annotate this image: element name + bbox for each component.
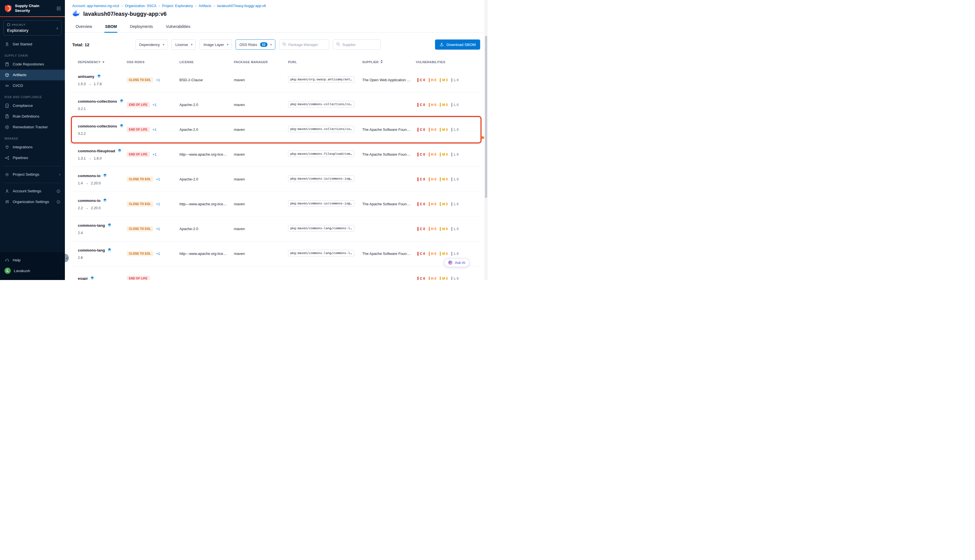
- tab-vulnerabilities[interactable]: Vulnerabilities: [165, 22, 191, 32]
- severity-count-m: M 0: [440, 252, 448, 256]
- sidebar-item-pipelines[interactable]: Pipelines: [0, 153, 65, 163]
- chevron-down-icon: ▾: [191, 43, 192, 47]
- purl-value[interactable]: pkg:maven/commons-lang/commons-l…: [288, 225, 354, 232]
- breadcrumb-artifacts[interactable]: Artifacts: [199, 4, 211, 8]
- sidebar-item-label: CI/CD: [13, 83, 23, 88]
- table-row[interactable]: commons-lang 2.4 CLOSE TO EOL +1 Apache-…: [72, 217, 480, 242]
- license-value: http---www.apache.org-lice…: [179, 152, 234, 157]
- supplier-search-input[interactable]: [342, 43, 378, 47]
- sidebar-item-get-started[interactable]: Get Started: [0, 39, 65, 50]
- chevron-right-icon: ›: [195, 4, 196, 8]
- user-settings-icon: [5, 189, 10, 193]
- module-grid-icon[interactable]: [57, 6, 61, 11]
- select-label: Dependency: [139, 43, 160, 47]
- column-header-supplier[interactable]: SUPPLIER: [362, 60, 416, 64]
- table-row[interactable]: commons-collections 3.2.1 END OF LIFE +1…: [72, 92, 480, 117]
- sort-descending-icon: [102, 60, 105, 64]
- sidebar-item-remediation-tracker[interactable]: Remediation Tracker: [0, 122, 65, 133]
- column-header-vulnerabilities: VULNERABILITIES: [416, 60, 480, 64]
- breadcrumb-project[interactable]: Project: Exploratory: [162, 4, 193, 8]
- sidebar-item-compliance[interactable]: Compliance: [0, 100, 65, 111]
- package-manager-value: maven: [234, 177, 288, 181]
- purl-value[interactable]: pkg:maven/commons-io/commons-io@…: [288, 200, 354, 207]
- dependency-filter-select[interactable]: Dependency ▾: [135, 40, 168, 50]
- sidebar-item-artifacts[interactable]: Artifacts: [0, 70, 65, 80]
- sidebar-divider: [4, 183, 61, 183]
- risk-more-link[interactable]: +1: [156, 177, 160, 181]
- risk-more-link[interactable]: +1: [156, 78, 160, 82]
- sidebar-item-organization-settings[interactable]: Organization Settings: [0, 197, 65, 207]
- sidebar-item-code-repositories[interactable]: Code Repositories: [0, 59, 65, 70]
- breadcrumb-account[interactable]: Account: app-harness-ng-cicd: [72, 4, 119, 8]
- layers-icon: [107, 223, 112, 228]
- image-layer-filter-select[interactable]: Image Layer ▾: [199, 40, 232, 50]
- risk-badge: CLOSE TO EOL: [127, 77, 153, 83]
- package-manager-search-input[interactable]: [288, 43, 326, 47]
- risk-more-link[interactable]: +1: [153, 103, 157, 107]
- table-row[interactable]: esapi END OF LIFE C 0H 0M 0L 0: [72, 266, 480, 280]
- column-header-dependency[interactable]: DEPENDENCY: [72, 60, 127, 64]
- table-row[interactable]: commons-fileupload 1.3.1 → 1.6.0 END OF …: [72, 142, 480, 167]
- risk-more-link[interactable]: +1: [156, 202, 160, 206]
- sidebar-item-label: Account Settings: [13, 189, 41, 193]
- license-filter-select[interactable]: License ▾: [172, 40, 196, 50]
- project-selector[interactable]: PROJECT Exploratory ›: [3, 20, 62, 35]
- severity-count-l: L 0: [451, 128, 458, 132]
- dependency-cell: commons-io 1.4 → 2.20.0: [72, 173, 127, 185]
- purl-value[interactable]: pkg:maven/commons-collections/co…: [288, 126, 354, 132]
- total-value: 12: [85, 42, 89, 47]
- oss-risks-filter-select[interactable]: OSS Risks 02 ▾: [235, 40, 275, 50]
- sidebar-item-project-settings[interactable]: Project Settings ›: [0, 169, 65, 180]
- sidebar-item-cicd[interactable]: ∞ CI/CD: [0, 80, 65, 91]
- headset-icon: [5, 258, 10, 262]
- scrollbar-thumb[interactable]: [485, 36, 487, 198]
- table-row[interactable]: antisamy 1.5.3 → 1.7.8 CLOSE TO EOL +1 B…: [72, 68, 480, 92]
- tab-overview[interactable]: Overview: [75, 22, 92, 32]
- layers-icon: [97, 74, 101, 79]
- oss-risks-cell: END OF LIFE +1: [127, 152, 179, 157]
- version-from: 3.2.2: [78, 132, 86, 136]
- chevron-right-icon: ›: [214, 4, 215, 8]
- purl-value[interactable]: pkg:maven/org.owasp.antisamy/ant…: [288, 76, 354, 83]
- severity-count-h: H 0: [429, 177, 436, 181]
- risk-more-link[interactable]: +1: [156, 252, 160, 256]
- risk-more-link[interactable]: +1: [156, 227, 160, 231]
- sidebar-item-integrations[interactable]: Integrations: [0, 142, 65, 153]
- purl-value[interactable]: pkg:maven/commons-lang/commons-l…: [288, 250, 354, 256]
- breadcrumb-organization[interactable]: Organization: SSCA: [125, 4, 156, 8]
- project-name: Exploratory: [7, 28, 58, 33]
- table-row[interactable]: commons-lang 2.6 CLOSE TO EOL +1 http---…: [72, 242, 480, 266]
- user-name: Lavakush: [14, 269, 30, 273]
- sidebar-item-rule-definitions[interactable]: Rule Definitions: [0, 111, 65, 122]
- purl-cell: pkg:maven/commons-lang/commons-l…: [288, 225, 362, 233]
- table-row[interactable]: commons-io 1.4 → 2.20.0 CLOSE TO EOL +1 …: [72, 167, 480, 192]
- tab-deployments[interactable]: Deployments: [129, 22, 154, 32]
- risk-more-link[interactable]: +1: [153, 128, 157, 132]
- risk-more-link[interactable]: +1: [153, 153, 157, 157]
- severity-count-m: M 0: [440, 227, 448, 231]
- severity-count-h: H 0: [429, 202, 436, 206]
- table-row[interactable]: commons-io 2.2 → 2.20.0 CLOSE TO EOL +1 …: [72, 192, 480, 217]
- purl-value[interactable]: pkg:maven/commons-fileupload/com…: [288, 150, 354, 157]
- severity-count-c: C 0: [417, 153, 425, 157]
- risk-badge: CLOSE TO EOL: [127, 177, 153, 182]
- tab-sbom[interactable]: SBOM: [104, 22, 117, 32]
- annotation-dot: [481, 136, 484, 139]
- layers-icon: [118, 148, 122, 154]
- section-label-supply-chain: SUPPLY CHAIN: [0, 50, 65, 59]
- project-label: PROJECT: [12, 23, 26, 26]
- oss-risks-cell: CLOSE TO EOL +1: [127, 177, 179, 182]
- select-label: License: [175, 43, 188, 47]
- ask-ai-button[interactable]: Ask AI: [444, 258, 469, 267]
- download-sbom-button[interactable]: Download SBOM: [435, 40, 480, 50]
- severity-count-c: C 0: [417, 128, 425, 132]
- scrollbar-track[interactable]: [484, 0, 488, 280]
- user-menu[interactable]: L Lavakush: [0, 265, 65, 276]
- purl-value[interactable]: pkg:maven/commons-io/commons-io@…: [288, 175, 354, 182]
- purl-value[interactable]: pkg:maven/commons-collections/co…: [288, 101, 354, 107]
- breadcrumb-artifact-name[interactable]: lavakush07/easy-buggy-app:v6: [217, 4, 266, 8]
- sidebar-item-account-settings[interactable]: Account Settings: [0, 186, 65, 197]
- sidebar-item-help[interactable]: Help: [0, 255, 65, 265]
- table-row[interactable]: commons-collections 3.2.2 END OF LIFE +1…: [72, 117, 480, 142]
- chevron-down-icon: ▾: [163, 43, 164, 47]
